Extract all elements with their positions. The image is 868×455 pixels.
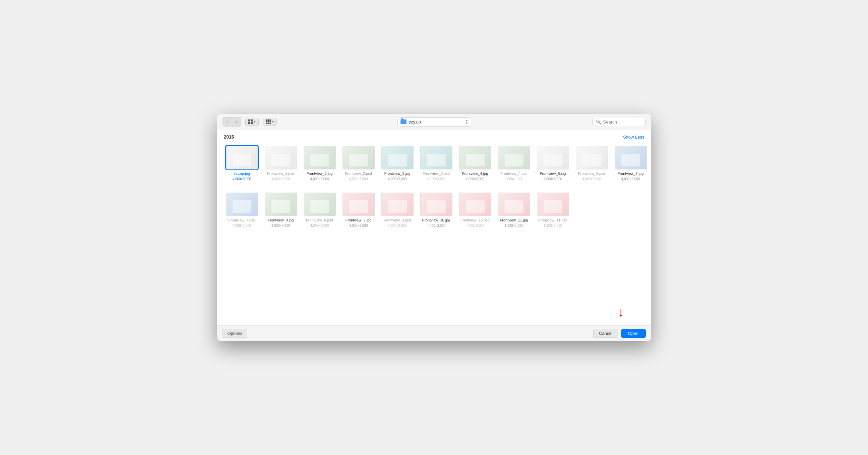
file-name: Frontview_3.psd bbox=[423, 171, 450, 176]
show-less-button[interactable]: Show Less bbox=[623, 135, 645, 140]
file-dims: 4,000×3,000 bbox=[272, 177, 290, 181]
file-name: Frontview_4.psd bbox=[500, 171, 527, 176]
file-name: Frontview_8.jpg bbox=[268, 218, 294, 223]
section-header: 2016 Show Less bbox=[224, 134, 645, 140]
file-item[interactable]: Frontview_7.psd4,000×3,000 bbox=[224, 190, 260, 229]
file-dims: 1,920×1,080 bbox=[544, 224, 562, 227]
file-item[interactable]: Frontview_9.jpg4,000×3,000 bbox=[341, 190, 377, 229]
file-name: Frontview_1.psd bbox=[267, 171, 294, 176]
thumb-wrapper bbox=[225, 192, 259, 217]
thumb-wrapper bbox=[381, 192, 414, 217]
file-thumbnail bbox=[420, 146, 453, 169]
file-thumbnail bbox=[342, 193, 375, 216]
search-box[interactable]: 🔍 bbox=[592, 118, 646, 126]
file-dims: 1,920×1,080 bbox=[505, 224, 524, 227]
files-grid-row2: Frontview_7.psd4,000×3,000Frontview_8.jp… bbox=[224, 190, 645, 229]
file-dims: 4,000×3,000 bbox=[427, 177, 446, 181]
file-item[interactable]: Frontview_10.psd4,000×3,000 bbox=[457, 190, 493, 229]
location-text: ezyzip bbox=[408, 119, 464, 124]
file-dims: 4,000×3,000 bbox=[388, 177, 407, 181]
list-view-button[interactable]: ▾ bbox=[263, 118, 277, 126]
icon-view-button[interactable]: ▾ bbox=[245, 118, 259, 126]
grid2-icon bbox=[266, 119, 271, 124]
file-dims: 4,000×3,000 bbox=[466, 224, 485, 227]
thumb-wrapper bbox=[575, 145, 609, 170]
file-item[interactable]: Frontview_2.psd4,000×3,000 bbox=[341, 144, 377, 182]
file-item[interactable]: Frontview_4.psd2,000×1,500 bbox=[496, 144, 532, 182]
nav-group: ‹ › bbox=[222, 117, 241, 126]
location-arrows[interactable]: ▲ ▼ bbox=[465, 119, 468, 125]
thumb-wrapper bbox=[264, 192, 298, 217]
file-name: Frontview_2.jpg bbox=[307, 171, 333, 176]
thumb-wrapper bbox=[381, 145, 414, 170]
file-thumbnail bbox=[420, 193, 453, 216]
file-thumbnail bbox=[265, 146, 297, 169]
file-name: Frontview_9.psd bbox=[384, 218, 411, 223]
back-button[interactable]: ‹ bbox=[222, 117, 232, 126]
file-thumbnail bbox=[498, 193, 530, 216]
file-dims: 4,000×3,000 bbox=[310, 224, 329, 227]
toolbar: ‹ › ▾ ▾ ezyzip ▲ ▼ bbox=[217, 114, 651, 130]
file-item[interactable]: Frontview_8.psd4,000×3,000 bbox=[302, 190, 338, 229]
file-name: Frontview_7.jpg bbox=[618, 171, 644, 176]
file-dims: 4,000×3,000 bbox=[349, 177, 368, 181]
file-item[interactable]: Frontview_2.jpg4,000×3,000 bbox=[302, 144, 338, 182]
file-item[interactable]: Frontview_5.jpg4,000×3,000 bbox=[535, 144, 571, 182]
thumb-wrapper bbox=[614, 145, 648, 170]
file-thumbnail bbox=[381, 146, 413, 169]
location-up-arrow[interactable]: ▲ bbox=[465, 119, 468, 122]
file-thumbnail bbox=[576, 146, 608, 169]
file-name: Frontview_10.jpg bbox=[422, 218, 451, 223]
file-name: Frontview_3.jpg bbox=[384, 171, 410, 176]
chevron-down-icon: ▾ bbox=[254, 120, 256, 123]
file-thumbnail bbox=[342, 146, 375, 169]
chevron-down2-icon: ▾ bbox=[272, 120, 274, 123]
cancel-button[interactable]: Cancel bbox=[593, 329, 618, 338]
folder-icon bbox=[401, 119, 406, 124]
thumb-wrapper bbox=[497, 192, 531, 217]
file-name: Frontview_10.psd bbox=[461, 218, 490, 223]
file-thumbnail bbox=[381, 193, 413, 216]
file-name: Frontview_4.jpg bbox=[462, 171, 488, 176]
file-item[interactable]: Frontview_9.psd4,000×3,000 bbox=[379, 190, 415, 229]
file-item[interactable]: Frontview_5.psd4,000×3,000 bbox=[574, 144, 610, 182]
file-item[interactable]: Frontview_7.jpg4,000×3,000 bbox=[613, 144, 649, 182]
file-item[interactable]: Frontview_3.psd4,000×3,000 bbox=[418, 144, 455, 182]
file-name: Frontview_11.jpg bbox=[500, 218, 528, 223]
search-input[interactable] bbox=[603, 119, 640, 124]
location-down-arrow[interactable]: ▼ bbox=[465, 122, 468, 125]
location-bar[interactable]: ezyzip ▲ ▼ bbox=[398, 117, 471, 126]
file-thumbnail bbox=[226, 193, 258, 216]
file-item[interactable]: Frontview_1.psd4,000×3,000 bbox=[263, 144, 299, 182]
thumb-wrapper bbox=[303, 192, 337, 217]
file-dims: 4,000×3,000 bbox=[544, 177, 562, 181]
grid-icon bbox=[248, 119, 253, 124]
search-icon: 🔍 bbox=[596, 119, 601, 124]
file-item[interactable]: Frontview_10.jpg4,000×3,000 bbox=[418, 190, 455, 229]
file-item[interactable]: Frontview_11.psd1,920×1,080 bbox=[535, 190, 571, 229]
file-name: Frontview_5.jpg bbox=[540, 171, 566, 176]
thumb-wrapper bbox=[497, 145, 531, 170]
file-thumbnail bbox=[226, 146, 258, 169]
file-name: Frontview_8.psd bbox=[306, 218, 333, 223]
file-thumbnail bbox=[265, 193, 297, 216]
file-dims: 4,000×3,000 bbox=[583, 177, 601, 181]
file-item[interactable]: Frontview_4.jpg4,000×3,000 bbox=[457, 144, 493, 182]
thumb-wrapper bbox=[342, 192, 375, 217]
thumb-wrapper bbox=[536, 192, 570, 217]
file-item[interactable]: Frontview_11.jpg1,920×1,080 bbox=[496, 190, 532, 229]
file-thumbnail bbox=[459, 146, 491, 169]
open-button[interactable]: Open bbox=[621, 329, 646, 338]
thumb-wrapper bbox=[225, 145, 259, 170]
file-item[interactable]: ezyzip.jpg4,000×3,000 bbox=[224, 144, 260, 182]
file-thumbnail bbox=[498, 146, 530, 169]
thumb-wrapper bbox=[536, 145, 570, 170]
file-item[interactable]: Frontview_8.jpg4,000×3,000 bbox=[263, 190, 299, 229]
file-dims: 4,000×3,000 bbox=[621, 177, 640, 181]
file-dims: 4,000×3,000 bbox=[310, 177, 329, 181]
file-open-dialog: ‹ › ▾ ▾ ezyzip ▲ ▼ bbox=[217, 114, 651, 341]
file-thumbnail bbox=[537, 146, 569, 169]
forward-button[interactable]: › bbox=[232, 117, 241, 126]
options-button[interactable]: Options bbox=[222, 329, 248, 338]
file-item[interactable]: Frontview_3.jpg4,000×3,000 bbox=[379, 144, 415, 182]
